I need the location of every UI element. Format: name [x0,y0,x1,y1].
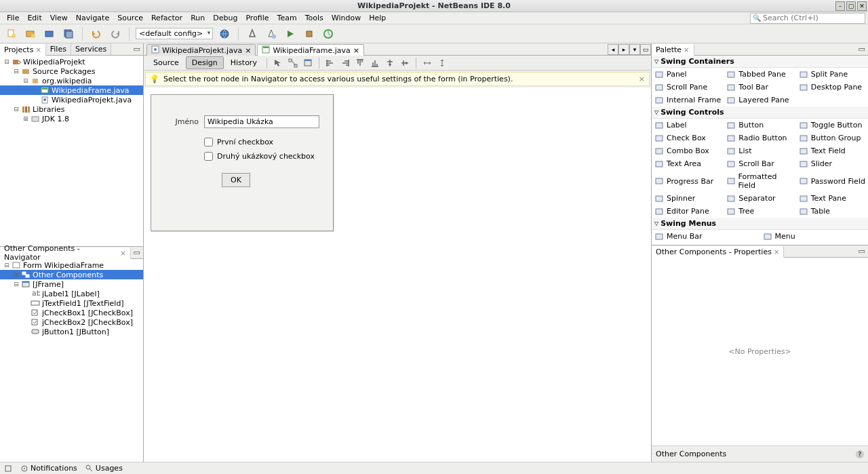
tree-jdk[interactable]: ⊞JDK 1.8 [0,114,143,123]
close-icon[interactable]: × [245,46,251,55]
nav-other-components[interactable]: ⊞Other Components [0,270,143,279]
palette-item[interactable]: Slider [796,157,868,170]
maximize-button[interactable]: ▢ [846,1,856,11]
nav-list-icon[interactable]: ▾ [629,44,640,55]
global-search[interactable]: 🔍 [750,13,865,24]
close-icon[interactable]: × [353,46,359,55]
menu-help[interactable]: Help [365,12,390,24]
tab-properties[interactable]: Other Components - Properties× [652,246,784,258]
close-hint-icon[interactable]: × [639,75,645,83]
minimize-panel-icon[interactable]: ▭ [131,45,143,54]
profile-icon[interactable] [321,26,336,41]
palette-item[interactable]: List [724,144,795,157]
open-project-icon[interactable] [42,26,57,41]
minimize-panel-icon[interactable]: ▭ [131,248,143,257]
tab-navigator[interactable]: Other Components - Navigator× [0,248,131,259]
close-button[interactable]: ✕ [857,1,867,11]
redo-icon[interactable] [108,26,123,41]
palette-section-controls[interactable]: ▽Swing Controls [652,106,868,119]
resize-v-icon[interactable] [435,57,449,69]
form-ok-button[interactable]: OK [222,173,250,187]
palette-item[interactable]: Internal Frame [652,94,724,106]
nav-item[interactable]: jCheckBox1 [JCheckBox] [0,308,143,317]
nav-item[interactable]: jTextField1 [JTextField] [0,298,143,308]
tab-projects[interactable]: Projects× [0,44,46,56]
tab-history[interactable]: History [225,57,262,68]
nav-form[interactable]: ⊟Form WikipediaFrame [0,260,143,270]
new-project-icon[interactable] [23,26,38,41]
palette-section-menus[interactable]: ▽Swing Menus [652,218,868,230]
resize-h-icon[interactable] [420,57,434,69]
selection-mode-icon[interactable] [271,57,285,69]
menu-source[interactable]: Source [113,12,147,24]
palette-item[interactable]: Menu [760,230,869,243]
tab-services[interactable]: Services [71,43,111,55]
undo-icon[interactable] [89,26,104,41]
palette-item[interactable]: Button [724,119,795,132]
palette-item[interactable]: Tabbed Pane [724,68,795,81]
nav-item[interactable]: jButton1 [JButton] [0,327,143,336]
new-file-icon[interactable] [4,26,19,41]
palette-item[interactable]: Progress Bar [652,170,724,192]
palette-item[interactable]: Editor Pane [652,205,724,218]
palette-item[interactable]: Menu Bar [652,230,760,243]
menu-team[interactable]: Team [273,12,301,24]
form-preview[interactable]: Jméno První checkbox Druhý ukázkový chec… [151,94,334,231]
connection-mode-icon[interactable] [286,57,300,69]
design-canvas[interactable]: Jméno První checkbox Druhý ukázkový chec… [144,87,651,462]
debug-icon[interactable] [302,26,317,41]
form-label[interactable]: Jméno [165,117,199,126]
palette-item[interactable]: Split Pane [796,68,868,81]
close-icon[interactable]: × [120,250,125,257]
nav-next-icon[interactable]: ▸ [618,44,629,55]
palette-item[interactable]: Scroll Bar [724,157,795,170]
palette-item[interactable]: Tool Bar [724,81,795,94]
globe-icon[interactable] [217,26,232,41]
menu-debug[interactable]: Debug [209,12,241,24]
palette-item[interactable]: Check Box [652,132,724,144]
palette-item[interactable]: Toggle Button [796,119,868,132]
palette-section-containers[interactable]: ▽Swing Containers [652,56,868,68]
checkbox-input[interactable] [204,138,213,146]
nav-item[interactable]: abjLabel1 [JLabel] [0,289,143,298]
nav-jframe[interactable]: ⊟[JFrame] [0,279,143,289]
palette-item[interactable]: Separator [724,192,795,205]
save-all-icon[interactable] [61,26,76,41]
menu-file[interactable]: File [3,12,23,24]
tab-source[interactable]: Source [148,57,184,68]
status-insert[interactable] [4,465,12,473]
tree-libraries[interactable]: ⊟Libraries [0,104,143,114]
menu-tools[interactable]: Tools [301,12,328,24]
tree-file-frame[interactable]: WikipediaFrame.java [0,85,143,95]
preview-icon[interactable] [301,57,315,69]
tab-palette[interactable]: Palette× [652,44,694,56]
palette-item[interactable]: Spinner [652,192,724,205]
tree-package[interactable]: ⊟org.wikipedia [0,76,143,85]
palette-item[interactable]: Label [652,119,724,132]
close-icon[interactable]: × [774,248,779,256]
align-left-icon[interactable] [323,57,337,69]
palette-item[interactable]: Combo Box [652,144,724,157]
editor-tab-frame[interactable]: WikipediaFrame.java× [257,44,364,56]
palette-item[interactable]: Layered Pane [724,94,795,106]
palette-item[interactable]: Password Field [796,170,868,192]
palette-item[interactable]: Tree [724,205,795,218]
status-notifications[interactable]: Notifications [20,464,77,473]
align-right-icon[interactable] [338,57,352,69]
tree-project-root[interactable]: ⊟WikipediaProjekt [0,57,143,66]
form-checkbox-2[interactable]: Druhý ukázkový checkbox [204,152,319,161]
palette-item[interactable]: Desktop Pane [796,81,868,94]
tab-files[interactable]: Files [46,43,71,55]
tree-source-packages[interactable]: ⊟Source Packages [0,66,143,76]
config-select[interactable]: <default config> [136,28,213,39]
search-input[interactable] [763,14,858,22]
editor-tab-projekt[interactable]: WikipediaProjekt.java× [146,44,256,56]
menu-window[interactable]: Window [328,12,365,24]
checkbox-input[interactable] [204,152,213,161]
palette-item[interactable]: Text Field [796,144,868,157]
tree-file-projekt[interactable]: WikipediaProjekt.java [0,95,143,104]
palette-item[interactable]: Panel [652,68,724,81]
palette-item[interactable]: Text Pane [796,192,868,205]
minimize-panel-icon[interactable]: ▭ [856,45,868,54]
build-icon[interactable] [245,26,260,41]
